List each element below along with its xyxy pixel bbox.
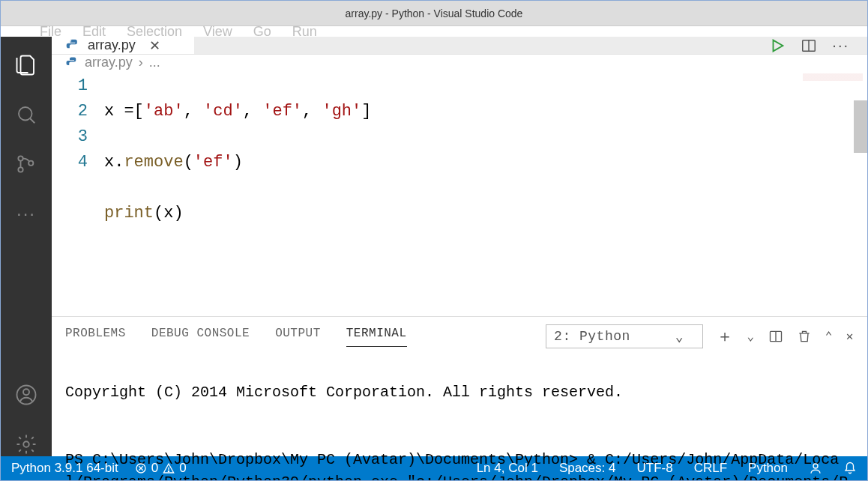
svg-point-6 [23, 389, 29, 395]
window-titlebar: array.py - Python - Visual Studio Code [1, 1, 867, 26]
chevron-up-icon[interactable]: ⌃ [825, 329, 833, 344]
tabs-actions: ··· [769, 37, 867, 54]
window-title: array.py - Python - Visual Studio Code [346, 7, 523, 19]
python-icon [65, 56, 79, 70]
line-number: 1 [52, 73, 88, 99]
new-terminal-icon[interactable]: ＋ [717, 325, 734, 348]
code-body[interactable]: x =['ab', 'cd', 'ef', 'gh'] x.remove('ef… [104, 73, 371, 303]
close-icon[interactable]: ✕ [149, 37, 160, 54]
svg-point-7 [23, 441, 29, 447]
feedback-icon[interactable] [809, 462, 822, 475]
breadcrumb[interactable]: array.py › ... [52, 55, 867, 70]
menu-go[interactable]: Go [253, 26, 271, 37]
source-control-icon[interactable] [14, 152, 38, 176]
menubar: File Edit Selection View Go Run [1, 26, 867, 37]
split-editor-icon[interactable] [801, 37, 817, 54]
menu-run[interactable]: Run [292, 26, 317, 37]
explorer-icon[interactable] [14, 53, 38, 77]
breadcrumb-file: array.py [85, 55, 133, 70]
python-icon [65, 38, 80, 53]
close-panel-icon[interactable]: ✕ [846, 329, 854, 344]
terminal-selector[interactable]: 2: Python ⌄ [546, 324, 703, 348]
terminal-line: Copyright (C) 2014 Microsoft Corporation… [65, 381, 854, 404]
code-editor[interactable]: 1 2 3 4 x =['ab', 'cd', 'ef', 'gh'] x.re… [52, 70, 867, 316]
breadcrumb-sep: › [139, 55, 143, 70]
editor-tabs: array.py ✕ ··· [52, 37, 867, 55]
more-icon[interactable]: ··· [14, 202, 38, 226]
trash-icon[interactable] [797, 329, 812, 344]
svg-point-8 [70, 40, 72, 41]
status-eol[interactable]: CRLF [694, 461, 727, 476]
line-number: 2 [52, 99, 88, 124]
svg-point-3 [18, 167, 22, 172]
split-terminal-icon[interactable] [768, 329, 783, 344]
svg-point-4 [28, 161, 33, 166]
status-errors[interactable]: 0 0 [135, 461, 187, 476]
tab-label: array.py [88, 37, 136, 53]
svg-point-18 [169, 471, 169, 471]
notifications-icon[interactable] [843, 462, 857, 475]
content-column: array.py ✕ ··· array.py › ... [52, 37, 867, 456]
status-spaces[interactable]: Spaces: 4 [559, 461, 616, 476]
tab-terminal[interactable]: TERMINAL [346, 327, 407, 347]
more-actions-icon[interactable]: ··· [832, 37, 849, 54]
breadcrumb-more: ... [149, 55, 160, 70]
tab-array-py[interactable]: array.py ✕ [52, 37, 194, 54]
activity-bar: ··· [1, 37, 52, 456]
terminal-selector-label: 2: Python [554, 329, 630, 344]
line-number: 3 [52, 124, 88, 150]
gutter: 1 2 3 4 [52, 73, 104, 303]
menu-edit[interactable]: Edit [82, 26, 106, 37]
scrollbar-thumb[interactable] [854, 100, 867, 153]
svg-marker-9 [774, 40, 783, 51]
search-icon[interactable] [14, 103, 38, 127]
status-encoding[interactable]: UTF-8 [636, 461, 672, 476]
tab-problems[interactable]: PROBLEMS [65, 327, 126, 346]
svg-line-1 [30, 118, 34, 123]
status-language[interactable]: Python [748, 461, 788, 476]
menu-selection[interactable]: Selection [127, 26, 182, 37]
menu-file[interactable]: File [40, 26, 61, 37]
tab-debug-console[interactable]: DEBUG CONSOLE [151, 327, 250, 346]
main-area: ··· array.py ✕ [1, 37, 867, 456]
menu-view[interactable]: View [203, 26, 232, 37]
svg-point-19 [813, 464, 818, 468]
panel-tabs: PROBLEMS DEBUG CONSOLE OUTPUT TERMINAL 2… [52, 317, 867, 348]
chevron-down-icon: ⌄ [675, 328, 684, 345]
settings-gear-icon[interactable] [14, 432, 38, 456]
svg-point-0 [19, 107, 32, 121]
svg-point-2 [18, 156, 22, 160]
run-icon[interactable] [769, 37, 786, 54]
account-icon[interactable] [14, 383, 38, 407]
bottom-panel: PROBLEMS DEBUG CONSOLE OUTPUT TERMINAL 2… [52, 316, 867, 481]
tab-output[interactable]: OUTPUT [275, 327, 321, 346]
line-number: 4 [52, 150, 88, 175]
chevron-down-icon[interactable]: ⌄ [747, 329, 755, 344]
status-python-version[interactable]: Python 3.9.1 64-bit [11, 461, 118, 476]
status-lncol[interactable]: Ln 4, Col 1 [477, 461, 538, 476]
